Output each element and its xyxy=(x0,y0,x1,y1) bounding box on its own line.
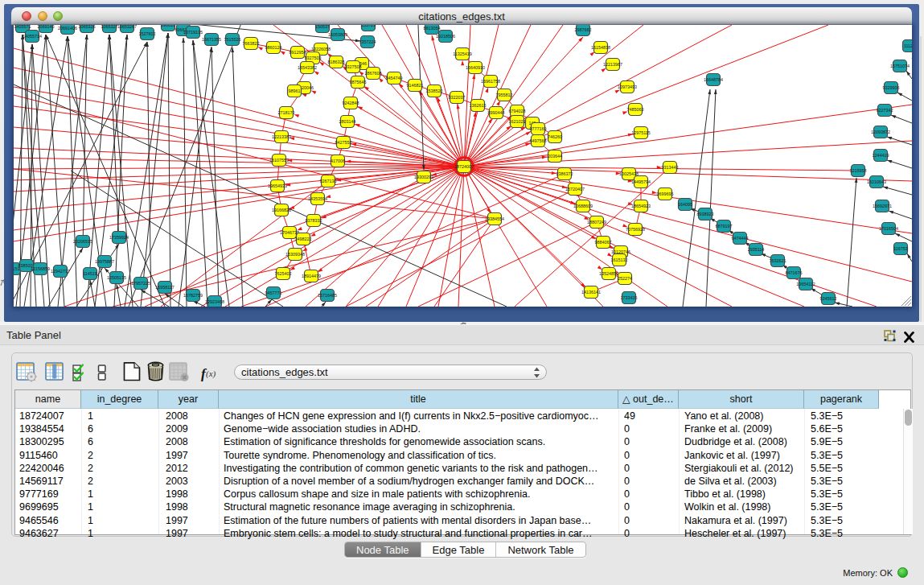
svg-text:17957225: 17957225 xyxy=(131,281,150,286)
svg-text:6794028: 6794028 xyxy=(509,109,526,113)
svg-text:6497568: 6497568 xyxy=(530,138,547,143)
svg-text:12923468: 12923468 xyxy=(205,299,224,304)
svg-text:10973493: 10973493 xyxy=(618,84,637,89)
svg-text:9227342: 9227342 xyxy=(877,108,893,113)
svg-text:16053809: 16053809 xyxy=(328,32,347,37)
svg-text:9474444: 9474444 xyxy=(732,236,749,241)
svg-text:9327503: 9327503 xyxy=(305,56,322,60)
svg-text:12213967: 12213967 xyxy=(603,62,622,67)
svg-text:13226058: 13226058 xyxy=(311,47,331,51)
svg-text:1733426: 1733426 xyxy=(621,295,638,300)
svg-text:16782759: 16782759 xyxy=(183,293,203,298)
svg-text:7515526: 7515526 xyxy=(224,37,241,42)
svg-text:9860124: 9860124 xyxy=(265,45,282,50)
svg-text:8186328: 8186328 xyxy=(328,60,345,64)
svg-text:18724007: 18724007 xyxy=(454,164,474,169)
svg-text:1362615: 1362615 xyxy=(470,103,487,108)
svg-text:(x): (x) xyxy=(206,369,216,379)
svg-text:16210643: 16210643 xyxy=(867,179,886,184)
svg-text:10653267: 10653267 xyxy=(117,25,137,29)
svg-text:12975115: 12975115 xyxy=(631,130,651,135)
svg-text:18807249: 18807249 xyxy=(587,220,606,225)
svg-text:19975887: 19975887 xyxy=(95,259,114,264)
svg-text:1538520: 1538520 xyxy=(426,89,443,93)
svg-text:20691406: 20691406 xyxy=(58,26,77,31)
svg-text:3498222: 3498222 xyxy=(295,237,312,241)
svg-text:16648784: 16648784 xyxy=(704,77,723,82)
svg-text:7632621: 7632621 xyxy=(770,258,786,263)
svg-text:14495794: 14495794 xyxy=(631,179,651,184)
svg-text:8813054: 8813054 xyxy=(424,26,441,31)
svg-text:12093872: 12093872 xyxy=(871,130,890,134)
svg-text:17046738: 17046738 xyxy=(280,230,299,235)
svg-text:13524851: 13524851 xyxy=(599,271,618,276)
svg-text:16154838: 16154838 xyxy=(591,45,610,50)
svg-text:15309348: 15309348 xyxy=(285,252,305,257)
svg-text:15751074: 15751074 xyxy=(890,64,910,68)
svg-text:6879197: 6879197 xyxy=(716,224,733,229)
svg-text:114519: 114519 xyxy=(83,271,97,276)
svg-text:9146821: 9146821 xyxy=(407,83,424,88)
svg-text:14055714: 14055714 xyxy=(23,34,42,39)
svg-text:12156859: 12156859 xyxy=(31,266,50,271)
svg-text:7485063: 7485063 xyxy=(627,107,644,112)
svg-text:15692971: 15692971 xyxy=(873,204,892,208)
svg-text:10688609: 10688609 xyxy=(573,204,593,208)
svg-text:20206535: 20206535 xyxy=(73,239,92,244)
svg-text:252274: 252274 xyxy=(618,276,632,281)
svg-text:15716485: 15716485 xyxy=(318,293,337,298)
svg-text:3267130: 3267130 xyxy=(320,179,337,183)
svg-text:10025438: 10025438 xyxy=(619,171,639,176)
svg-text:9242848: 9242848 xyxy=(343,101,359,105)
svg-text:10719135: 10719135 xyxy=(183,30,203,35)
svg-text:19166825: 19166825 xyxy=(272,208,291,212)
svg-text:16671355: 16671355 xyxy=(202,37,221,42)
svg-text:19384554: 19384554 xyxy=(485,216,504,221)
svg-text:7663822: 7663822 xyxy=(243,41,260,46)
svg-text:116753: 116753 xyxy=(893,246,908,251)
svg-text:12942737: 12942737 xyxy=(51,269,70,274)
svg-text:164095: 164095 xyxy=(678,202,692,207)
svg-text:17359924: 17359924 xyxy=(109,235,129,240)
svg-text:70756928: 70756928 xyxy=(626,227,645,232)
svg-text:11121: 11121 xyxy=(904,43,912,48)
svg-text:19654933: 19654933 xyxy=(268,183,287,188)
svg-text:1615132: 1615132 xyxy=(611,257,628,262)
svg-text:8938923: 8938923 xyxy=(697,212,714,216)
svg-text:1527602: 1527602 xyxy=(139,31,156,36)
svg-text:9884067: 9884067 xyxy=(595,240,612,245)
svg-text:2718170: 2718170 xyxy=(278,110,295,115)
svg-text:8990448: 8990448 xyxy=(488,110,505,115)
svg-text:2069140: 2069140 xyxy=(38,25,55,29)
svg-text:7625402: 7625402 xyxy=(275,271,292,276)
svg-text:2987682: 2987682 xyxy=(575,27,592,32)
svg-text:16543382: 16543382 xyxy=(298,65,317,70)
svg-text:12213383: 12213383 xyxy=(272,134,291,139)
svg-text:9329906: 9329906 xyxy=(883,85,900,90)
svg-text:8378332: 8378332 xyxy=(306,218,322,223)
svg-text:3875645: 3875645 xyxy=(350,80,367,84)
svg-text:9245612: 9245612 xyxy=(820,296,837,301)
svg-text:203644: 203644 xyxy=(548,154,562,159)
svg-text:2867608: 2867608 xyxy=(365,71,382,76)
svg-text:16640910: 16640910 xyxy=(466,65,485,70)
svg-text:8427552: 8427552 xyxy=(335,140,352,145)
svg-text:18914479: 18914479 xyxy=(302,274,321,278)
svg-text:0699695: 0699695 xyxy=(657,192,674,196)
svg-text:19300293: 19300293 xyxy=(414,175,433,179)
svg-text:17016504: 17016504 xyxy=(879,226,898,231)
svg-text:14136141: 14136141 xyxy=(581,290,601,295)
svg-text:8471676: 8471676 xyxy=(786,270,803,275)
svg-text:8912954: 8912954 xyxy=(290,50,306,55)
svg-text:9777169: 9777169 xyxy=(530,126,547,131)
svg-text:16107553: 16107553 xyxy=(269,158,289,163)
svg-text:1065326: 1065326 xyxy=(79,25,96,29)
svg-text:16958117: 16958117 xyxy=(155,285,175,290)
svg-text:155723: 155723 xyxy=(361,25,376,27)
svg-text:14353594: 14353594 xyxy=(308,196,327,201)
svg-text:696616: 696616 xyxy=(161,25,175,27)
svg-text:417006: 417006 xyxy=(331,159,345,163)
svg-text:7357224: 7357224 xyxy=(359,39,376,44)
svg-text:18654923: 18654923 xyxy=(631,204,651,208)
svg-text:2803144: 2803144 xyxy=(339,119,356,124)
